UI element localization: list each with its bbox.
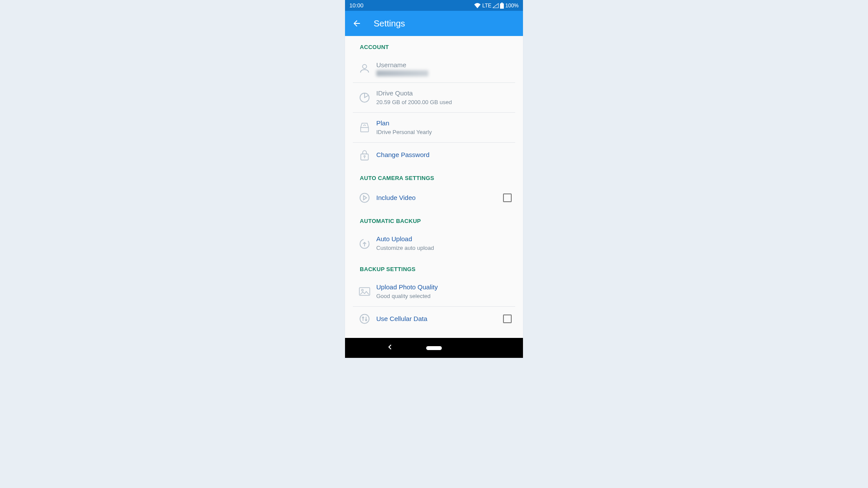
signal-icon [493, 3, 499, 8]
settings-content: ACCOUNT Username IDrive Quota 20.59 GB o… [345, 36, 523, 338]
status-right: LTE 100% [474, 3, 519, 9]
status-time: 10:00 [349, 2, 364, 9]
row-username[interactable]: Username [345, 55, 523, 82]
page-title: Settings [374, 19, 405, 29]
quota-label: IDrive Quota [376, 89, 515, 98]
section-auto-camera-title: AUTO CAMERA SETTINGS [345, 167, 523, 186]
svg-point-2 [364, 156, 365, 157]
back-button[interactable] [352, 19, 362, 28]
arrow-left-icon [352, 19, 362, 28]
play-circle-icon [353, 192, 376, 204]
change-password-label: Change Password [376, 151, 515, 159]
row-include-video[interactable]: Include Video [345, 186, 523, 210]
photo-quality-sub: Good quality selected [376, 292, 515, 300]
quota-value: 20.59 GB of 2000.00 GB used [376, 98, 515, 106]
upload-icon [353, 237, 376, 249]
plan-label: Plan [376, 119, 515, 128]
include-video-label: Include Video [376, 193, 503, 202]
section-backup-title: BACKUP SETTINGS [345, 258, 523, 277]
app-bar: Settings [345, 11, 523, 36]
nav-back-icon[interactable] [388, 344, 393, 352]
drive-icon [353, 122, 376, 133]
status-bar: 10:00 LTE 100% [345, 0, 523, 11]
battery-icon [500, 3, 504, 9]
plan-value: IDrive Personal Yearly [376, 128, 515, 136]
section-auto-backup-title: AUTOMATIC BACKUP [345, 210, 523, 229]
cellular-label: Use Cellular Data [376, 314, 503, 323]
status-lte: LTE [482, 3, 491, 9]
svg-point-6 [362, 289, 363, 291]
svg-point-3 [360, 193, 369, 203]
android-nav-bar [345, 338, 523, 358]
user-icon [353, 62, 376, 75]
svg-point-7 [360, 314, 369, 324]
transfer-icon [353, 313, 376, 325]
row-quota[interactable]: IDrive Quota 20.59 GB of 2000.00 GB used [345, 83, 523, 112]
photo-quality-label: Upload Photo Quality [376, 283, 515, 291]
lock-icon [353, 149, 376, 161]
username-label: Username [376, 61, 515, 69]
phone-frame: 10:00 LTE 100% Settings ACCOUNT Username [345, 0, 523, 358]
username-value [376, 70, 428, 76]
row-plan[interactable]: Plan IDrive Personal Yearly [345, 113, 523, 142]
status-battery: 100% [505, 3, 519, 9]
pie-icon [353, 92, 376, 104]
nav-home-pill[interactable] [426, 346, 442, 350]
auto-upload-label: Auto Upload [376, 235, 515, 243]
row-change-password[interactable]: Change Password [345, 143, 523, 167]
auto-upload-sub: Customize auto upload [376, 244, 515, 252]
wifi-icon [474, 3, 481, 8]
image-icon [353, 286, 376, 297]
row-cellular[interactable]: Use Cellular Data [345, 307, 523, 331]
row-auto-upload[interactable]: Auto Upload Customize auto upload [345, 229, 523, 258]
include-video-checkbox[interactable] [503, 193, 512, 202]
row-photo-quality[interactable]: Upload Photo Quality Good quality select… [345, 277, 523, 306]
section-account-title: ACCOUNT [345, 36, 523, 55]
cellular-checkbox[interactable] [503, 314, 512, 323]
